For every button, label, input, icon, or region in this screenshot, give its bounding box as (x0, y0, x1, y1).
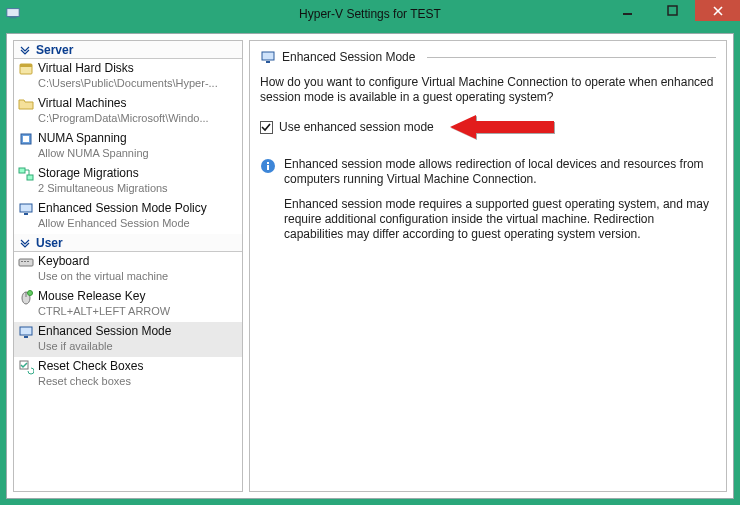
svg-rect-25 (266, 61, 270, 63)
info-icon (260, 158, 276, 174)
info-para-1: Enhanced session mode allows redirection… (284, 157, 716, 187)
annotation-arrow (446, 113, 556, 141)
nav-item-enhanced-session-policy[interactable]: Enhanced Session Mode Policy Allow Enhan… (14, 199, 242, 234)
reset-icon (18, 359, 34, 375)
info-para-2: Enhanced session mode requires a support… (284, 197, 716, 242)
nav-item-title: Enhanced Session Mode (38, 324, 238, 338)
svg-rect-12 (20, 204, 32, 212)
svg-rect-13 (24, 213, 28, 215)
check-icon (261, 122, 272, 133)
svg-rect-17 (27, 261, 29, 262)
window-title: Hyper-V Settings for TEST (299, 7, 441, 21)
nav-group-user[interactable]: User (14, 234, 242, 252)
divider (427, 57, 716, 58)
nav-item-sub: C:\ProgramData\Microsoft\Windo... (38, 111, 238, 125)
maximize-button[interactable] (650, 0, 695, 21)
monitor-icon (18, 324, 34, 340)
nav-item-sub: Use if available (38, 339, 238, 353)
monitor-icon (260, 49, 276, 65)
close-button[interactable] (695, 0, 740, 21)
nav-item-virtual-hard-disks[interactable]: Virtual Hard Disks C:\Users\Public\Docum… (14, 59, 242, 94)
chip-icon (18, 131, 34, 147)
svg-rect-21 (20, 327, 32, 335)
svg-rect-16 (24, 261, 26, 262)
nav-item-sub: Allow Enhanced Session Mode (38, 216, 238, 230)
info-block: Enhanced session mode allows redirection… (260, 157, 716, 252)
svg-rect-24 (262, 52, 274, 60)
nav-item-keyboard[interactable]: Keyboard Use on the virtual machine (14, 252, 242, 287)
keyboard-icon (18, 254, 34, 270)
svg-rect-15 (21, 261, 23, 262)
nav-item-title: Virtual Machines (38, 96, 238, 110)
svg-rect-28 (267, 162, 269, 164)
nav-item-sub: CTRL+ALT+LEFT ARROW (38, 304, 238, 318)
nav-item-reset-check-boxes[interactable]: Reset Check Boxes Reset check boxes (14, 357, 242, 392)
minimize-button[interactable] (605, 0, 650, 21)
migration-icon (18, 166, 34, 182)
svg-rect-3 (668, 6, 677, 15)
nav-item-sub: C:\Users\Public\Documents\Hyper-... (38, 76, 238, 90)
titlebar: Hyper-V Settings for TEST (0, 0, 740, 27)
nav-item-sub: Allow NUMA Spanning (38, 146, 238, 160)
detail-header: Enhanced Session Mode (260, 49, 716, 65)
nav-item-storage-migrations[interactable]: Storage Migrations 2 Simultaneous Migrat… (14, 164, 242, 199)
nav-item-title: Storage Migrations (38, 166, 238, 180)
svg-rect-7 (20, 64, 32, 67)
detail-title: Enhanced Session Mode (282, 50, 415, 64)
svg-rect-14 (19, 259, 33, 266)
svg-point-20 (28, 291, 33, 296)
nav-item-title: Enhanced Session Mode Policy (38, 201, 238, 215)
svg-rect-1 (10, 17, 17, 18)
checkbox-row: Use enhanced session mode (260, 113, 716, 141)
mouse-icon (18, 289, 34, 305)
nav-item-virtual-machines[interactable]: Virtual Machines C:\ProgramData\Microsof… (14, 94, 242, 129)
detail-question: How do you want to configure Virtual Mac… (260, 75, 716, 105)
hyperv-settings-window: Hyper-V Settings for TEST Server Virtual… (0, 0, 740, 505)
nav-item-title: Keyboard (38, 254, 238, 268)
nav-item-sub: 2 Simultaneous Migrations (38, 181, 238, 195)
disk-icon (18, 61, 34, 77)
folder-icon (18, 96, 34, 112)
info-text: Enhanced session mode allows redirection… (284, 157, 716, 252)
nav-item-numa-spanning[interactable]: NUMA Spanning Allow NUMA Spanning (14, 129, 242, 164)
nav-item-sub: Reset check boxes (38, 374, 238, 388)
svg-rect-0 (7, 9, 19, 17)
nav-item-sub: Use on the virtual machine (38, 269, 238, 283)
client-area: Server Virtual Hard Disks C:\Users\Publi… (6, 33, 734, 499)
nav-item-title: Reset Check Boxes (38, 359, 238, 373)
nav-group-label: Server (36, 43, 73, 57)
app-icon (6, 6, 20, 20)
svg-rect-11 (27, 175, 33, 180)
nav-item-title: Mouse Release Key (38, 289, 238, 303)
collapse-icon (20, 45, 30, 55)
window-buttons (605, 0, 740, 21)
use-enhanced-session-checkbox[interactable] (260, 121, 273, 134)
nav-item-mouse-release-key[interactable]: Mouse Release Key CTRL+ALT+LEFT ARROW (14, 287, 242, 322)
svg-rect-9 (23, 136, 29, 142)
detail-pane: Enhanced Session Mode How do you want to… (249, 40, 727, 492)
svg-rect-2 (623, 13, 632, 15)
nav-item-title: NUMA Spanning (38, 131, 238, 145)
svg-rect-27 (267, 165, 269, 170)
nav-group-label: User (36, 236, 63, 250)
svg-rect-10 (19, 168, 25, 173)
nav-item-title: Virtual Hard Disks (38, 61, 238, 75)
nav-group-server[interactable]: Server (14, 41, 242, 59)
collapse-icon (20, 238, 30, 248)
monitor-icon (18, 201, 34, 217)
svg-rect-22 (24, 336, 28, 338)
nav-item-enhanced-session-mode[interactable]: Enhanced Session Mode Use if available (14, 322, 242, 357)
settings-nav: Server Virtual Hard Disks C:\Users\Publi… (13, 40, 243, 492)
checkbox-label: Use enhanced session mode (279, 120, 434, 134)
